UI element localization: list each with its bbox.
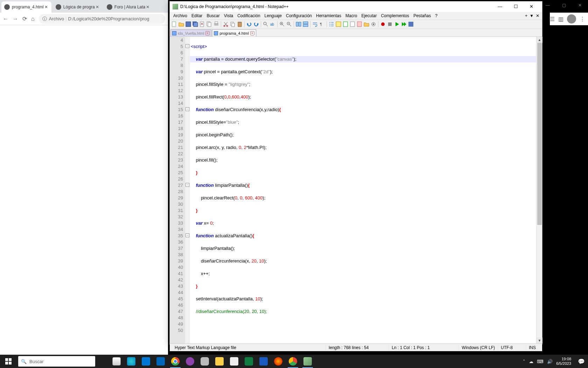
menu-vista[interactable]: Vista xyxy=(222,13,235,18)
record-macro-icon[interactable] xyxy=(380,21,386,27)
code-line[interactable] xyxy=(190,277,536,283)
code-line[interactable] xyxy=(190,50,536,56)
code-line[interactable]: } xyxy=(190,207,536,214)
func-list-icon[interactable] xyxy=(356,21,363,27)
code-line[interactable] xyxy=(190,289,536,296)
folder-icon[interactable] xyxy=(363,21,370,27)
code-line[interactable]: diseñarCircunferencia(x, 20, 10); xyxy=(190,258,536,264)
code-line[interactable]: x++; xyxy=(190,271,536,277)
play-multi-icon[interactable] xyxy=(401,21,407,27)
doc-map-icon[interactable] xyxy=(342,21,349,27)
menu-?[interactable]: ? xyxy=(433,13,440,18)
code-line[interactable]: pincel.fillRect(0,0,600,400); xyxy=(190,94,536,100)
chrome-tab[interactable]: Foro | Alura Lata✕ xyxy=(104,1,153,13)
bg-close[interactable]: ✕ xyxy=(572,0,588,11)
taskbar-explorer[interactable] xyxy=(212,355,227,368)
file-tab-close-icon[interactable]: ✕ xyxy=(250,31,254,35)
profile-avatar[interactable] xyxy=(567,14,576,23)
taskbar-store[interactable] xyxy=(153,355,168,368)
code-line[interactable]: <script> xyxy=(190,43,536,50)
code-line[interactable]: pincel.fill(); xyxy=(190,157,536,163)
code-line[interactable] xyxy=(190,88,536,94)
code-line[interactable] xyxy=(190,302,536,308)
taskbar-app-orange[interactable] xyxy=(271,355,286,368)
reload-button[interactable]: ⟳ xyxy=(22,15,27,22)
doc-list-icon[interactable] xyxy=(349,21,356,27)
bookmark-icon[interactable]: ▥ xyxy=(558,16,564,22)
find-icon[interactable] xyxy=(262,21,269,27)
taskbar-app-gray[interactable] xyxy=(197,355,212,368)
paste-icon[interactable] xyxy=(237,21,243,27)
taskbar-calendar[interactable] xyxy=(139,355,153,368)
menu-plus-icon[interactable]: + xyxy=(525,13,527,18)
code-line[interactable] xyxy=(190,327,536,334)
taskbar-excel[interactable] xyxy=(241,355,256,368)
tray-volume-icon[interactable]: 🔊 xyxy=(547,359,553,364)
indent-guide-icon[interactable] xyxy=(328,21,335,27)
new-file-icon[interactable] xyxy=(171,21,177,27)
tray-onedrive-icon[interactable]: ☁ xyxy=(529,359,533,364)
code-line[interactable] xyxy=(190,252,536,258)
taskbar-word[interactable] xyxy=(256,355,271,368)
code-line[interactable]: setInterval(actualizaPantalla, 10); xyxy=(190,296,536,302)
menu-complementos[interactable]: Complementos xyxy=(379,13,411,18)
tray-chevron-icon[interactable]: ˄ xyxy=(523,359,525,364)
close-button[interactable]: ✕ xyxy=(524,2,539,12)
start-button[interactable] xyxy=(0,355,17,368)
menu-close-icon[interactable]: ✕ xyxy=(536,13,539,18)
maximize-button[interactable]: ☐ xyxy=(508,2,524,12)
code-line[interactable] xyxy=(190,239,536,245)
code-line[interactable]: //diseñarCircunferencia(20, 20, 10); xyxy=(190,308,536,315)
redo-icon[interactable] xyxy=(253,21,259,27)
menu-buscar[interactable]: Buscar xyxy=(204,13,222,18)
code-line[interactable] xyxy=(190,176,536,182)
code-line[interactable]: } xyxy=(190,170,536,176)
cut-icon[interactable] xyxy=(223,21,229,27)
file-tab-close-icon[interactable]: ✕ xyxy=(205,31,210,35)
taskbar-notes[interactable] xyxy=(227,355,241,368)
menu-editar[interactable]: Editar xyxy=(189,13,204,18)
fold-column[interactable]: −−−− xyxy=(185,37,190,343)
code-line[interactable]: function diseñarCircunferencia(x,y,radio… xyxy=(190,107,536,113)
save-all-icon[interactable] xyxy=(192,21,198,27)
code-line[interactable]: } xyxy=(190,283,536,289)
code-line[interactable] xyxy=(190,321,536,327)
tab-close-icon[interactable]: ✕ xyxy=(145,5,150,9)
taskbar-chrome[interactable] xyxy=(168,355,183,368)
code-line[interactable]: pincel.fillStyle="blue"; xyxy=(190,119,536,125)
stop-macro-icon[interactable] xyxy=(387,21,393,27)
code-area[interactable]: <script> var pantalla = document.querySe… xyxy=(190,37,536,343)
taskbar-app-purple[interactable] xyxy=(183,355,197,368)
tab-close-icon[interactable]: ✕ xyxy=(44,5,49,9)
code-line[interactable] xyxy=(190,315,536,321)
menu-configuración[interactable]: Configuración xyxy=(284,13,314,18)
code-line[interactable] xyxy=(190,226,536,233)
code-line[interactable] xyxy=(190,100,536,107)
sync-v-icon[interactable] xyxy=(295,21,302,27)
zoom-in-icon[interactable] xyxy=(279,21,285,27)
bg-maximize[interactable]: ▢ xyxy=(556,0,572,11)
chrome-tab[interactable]: programa_4.html✕ xyxy=(1,1,51,13)
close-file-icon[interactable] xyxy=(199,21,205,27)
menu-archivo[interactable]: Archivo xyxy=(171,13,189,18)
back-button[interactable]: ← xyxy=(3,16,8,22)
wordwrap-icon[interactable] xyxy=(312,21,318,27)
file-tab[interactable]: programa_4.html✕ xyxy=(212,29,256,36)
task-view-button[interactable] xyxy=(109,355,124,368)
vertical-scrollbar[interactable]: ▲ ▼ xyxy=(536,37,542,343)
menu-herramientas[interactable]: Herramientas xyxy=(314,13,343,18)
code-line[interactable]: limpiarPantalla(); xyxy=(190,245,536,252)
fold-toggle[interactable]: − xyxy=(186,107,189,111)
code-line[interactable]: pincel.fillStyle = "lightgrey"; xyxy=(190,81,536,88)
monitor-icon[interactable] xyxy=(370,21,377,27)
code-line[interactable] xyxy=(190,138,536,144)
minimize-button[interactable]: ― xyxy=(492,2,508,12)
editor[interactable]: 4567891011121314151617181920212223242526… xyxy=(170,36,542,343)
close-all-icon[interactable] xyxy=(206,21,212,27)
taskbar-edge[interactable] xyxy=(124,355,139,368)
code-line[interactable]: pincel.arc(x, y, radio, 0, 2*Math.PI); xyxy=(190,144,536,151)
home-button[interactable]: ⌂ xyxy=(31,16,35,22)
tray-keyboard-icon[interactable]: ⌨ xyxy=(537,359,544,364)
url-bar[interactable]: ⓘ Archivo | D:/Logica%20de%20Programacio… xyxy=(39,14,165,24)
taskbar-clock[interactable]: 19:08 6/5/2023 xyxy=(556,357,571,366)
